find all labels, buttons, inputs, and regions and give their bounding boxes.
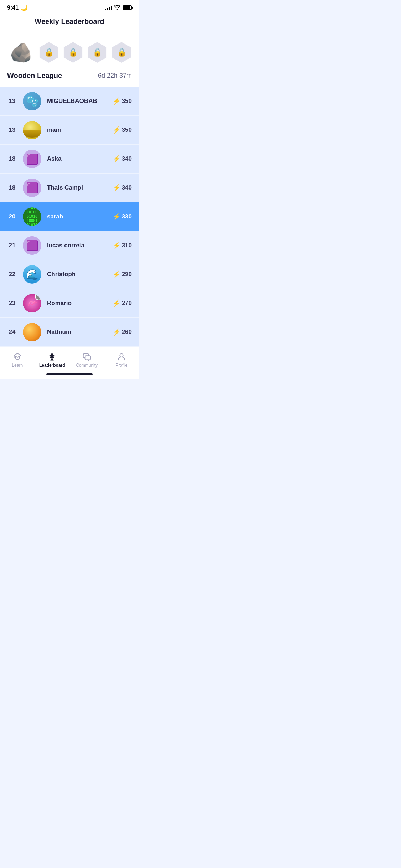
score-label: ⚡ 260: [113, 328, 132, 336]
home-indicator-area: [0, 371, 139, 379]
signal-icon: [105, 5, 112, 10]
user-name-label: mairi: [47, 126, 107, 134]
community-icon: [82, 352, 92, 361]
lightning-icon: ⚡: [113, 126, 120, 134]
table-row[interactable]: 18 🟪 Aska ⚡ 340: [0, 145, 139, 174]
svg-rect-3: [85, 356, 90, 360]
locked-badge-4: 🔒: [111, 42, 132, 63]
avatar: [23, 323, 41, 341]
score-label: ⚡ 330: [113, 213, 132, 221]
svg-rect-1: [50, 360, 54, 360]
active-league-badge[interactable]: 🪨: [7, 38, 35, 67]
status-bar: 9:41 🌙: [0, 0, 139, 13]
table-row[interactable]: 20 0101010100010101000101010 sarah ⚡ 330: [0, 202, 139, 231]
lightning-icon: ⚡: [113, 242, 120, 249]
rank-label: 20: [7, 213, 17, 220]
nav-label-community: Community: [76, 363, 98, 368]
league-timer: 6d 22h 37m: [98, 72, 132, 79]
avatar: 🫧: [23, 92, 41, 110]
rank-label: 18: [7, 155, 17, 162]
league-name: Wooden League: [7, 72, 62, 80]
nav-item-profile[interactable]: Profile: [104, 350, 139, 370]
table-row[interactable]: 13 mairi ⚡ 350: [0, 116, 139, 145]
user-name-label: sarah: [47, 213, 107, 220]
lightning-icon: ⚡: [113, 299, 120, 307]
moon-icon: 🌙: [21, 4, 28, 11]
page-title: Weekly Leaderboard: [35, 17, 104, 25]
user-name-label: Aska: [47, 155, 107, 162]
avatar: [23, 121, 41, 139]
rank-label: 13: [7, 98, 17, 105]
league-info: Wooden League 6d 22h 37m: [7, 72, 132, 80]
lightning-icon: ⚡: [113, 97, 120, 105]
wifi-icon: [114, 5, 120, 11]
home-indicator-bar: [46, 373, 93, 375]
nav-item-learn[interactable]: Learn: [0, 350, 35, 370]
locked-badge-3: 🔒: [87, 42, 108, 63]
user-name-label: Romário: [47, 300, 107, 307]
score-label: ⚡ 350: [113, 97, 132, 105]
score-label: ⚡ 270: [113, 299, 132, 307]
lightning-icon: ⚡: [113, 328, 120, 336]
avatar: 0101010100010101000101010: [23, 207, 41, 226]
avatar: [23, 294, 41, 312]
score-label: ⚡ 290: [113, 270, 132, 278]
nav-item-community[interactable]: Community: [69, 350, 104, 370]
bottom-nav: Learn Leaderboard Community Profile: [0, 347, 139, 371]
table-row[interactable]: 13 🫧 MIGUELBAOBAB ⚡ 350: [0, 87, 139, 116]
league-badges: 🪨 🔒 🔒 🔒 🔒: [7, 38, 132, 67]
table-row[interactable]: 18 🟪 Thais Campi ⚡ 340: [0, 174, 139, 202]
avatar: 🟪: [23, 179, 41, 197]
table-row[interactable]: 22 🌊 Christoph ⚡ 290: [0, 260, 139, 289]
score-label: ⚡ 340: [113, 155, 132, 163]
score-label: ⚡ 350: [113, 126, 132, 134]
rank-label: 24: [7, 329, 17, 336]
avatar: 🟪: [23, 236, 41, 255]
nav-item-leaderboard[interactable]: Leaderboard: [35, 350, 70, 370]
lightning-icon: ⚡: [113, 155, 120, 163]
status-time: 9:41: [7, 5, 19, 11]
table-row[interactable]: 23 Romário ⚡ 270: [0, 289, 139, 318]
leaderboard-list: 13 🫧 MIGUELBAOBAB ⚡ 350 13 mairi ⚡ 350 1…: [0, 87, 139, 347]
score-label: ⚡ 340: [113, 184, 132, 192]
page-header: Weekly Leaderboard: [0, 13, 139, 32]
nav-label-leaderboard: Leaderboard: [39, 363, 65, 368]
rank-label: 21: [7, 242, 17, 249]
locked-badge-1: 🔒: [38, 42, 59, 63]
nav-label-profile: Profile: [115, 363, 127, 368]
nav-label-learn: Learn: [12, 363, 23, 368]
score-label: ⚡ 310: [113, 242, 132, 249]
leaderboard-icon: [47, 352, 57, 361]
user-name-label: lucas correia: [47, 242, 107, 249]
lightning-icon: ⚡: [113, 213, 120, 221]
rank-label: 18: [7, 184, 17, 191]
user-name-label: Christoph: [47, 271, 107, 278]
lightning-icon: ⚡: [113, 270, 120, 278]
table-row[interactable]: 21 🟪 lucas correia ⚡ 310: [0, 231, 139, 260]
svg-point-4: [120, 354, 123, 357]
rank-label: 22: [7, 271, 17, 278]
rank-label: 13: [7, 126, 17, 134]
learn-icon: [13, 352, 22, 361]
user-name-label: Nathium: [47, 329, 107, 336]
league-section: 🪨 🔒 🔒 🔒 🔒 Wooden League 6d 22h 37m: [0, 32, 139, 87]
user-name-label: Thais Campi: [47, 184, 107, 191]
avatar: 🌊: [23, 265, 41, 284]
user-name-label: MIGUELBAOBAB: [47, 98, 107, 105]
lightning-icon: ⚡: [113, 184, 120, 192]
table-row[interactable]: 24 Nathium ⚡ 260: [0, 318, 139, 347]
battery-icon: [123, 5, 132, 10]
rank-label: 23: [7, 300, 17, 307]
locked-badge-2: 🔒: [63, 42, 83, 63]
avatar: 🟪: [23, 150, 41, 168]
profile-icon: [117, 352, 126, 361]
